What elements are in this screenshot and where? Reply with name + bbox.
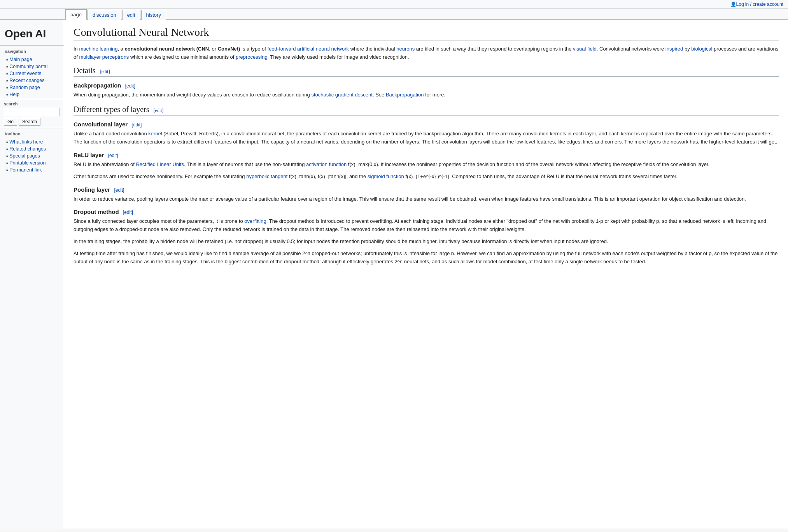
sidebar-item-what-links-here[interactable]: What links here [9, 139, 43, 145]
top-bar: 👤 Log in / create account [0, 0, 788, 9]
link-kernel[interactable]: kernel [148, 131, 162, 136]
sidebar-item-main-page[interactable]: Main page [9, 57, 32, 62]
relu-layer-edit-link[interactable]: [edit] [108, 153, 118, 158]
conv-layer-text: Unlike a hand-coded convolution kernel (… [74, 130, 779, 146]
relu-text-2: Other functions are used to increase non… [74, 173, 779, 181]
link-preprocessing[interactable]: preprocessing [236, 54, 268, 60]
sidebar-item-random-page[interactable]: Random page [9, 85, 40, 90]
relu-text-1: ReLU is the abbreviation of Rectified Li… [74, 161, 779, 169]
intro-paragraph: In machine learning, a convolutional neu… [74, 45, 779, 61]
sidebar-item-printable-version[interactable]: Printable version [9, 160, 46, 166]
dropout-text-1: Since a fully connected layer occupies m… [74, 217, 779, 234]
relu-layer-heading: ReLU layer [edit] [74, 152, 779, 158]
link-machine-learning[interactable]: machine learning [79, 46, 117, 52]
sidebar-item-permanent-link[interactable]: Permanent link [9, 167, 42, 173]
search-input[interactable] [4, 108, 60, 116]
main-content: Convolutional Neural Network In machine … [64, 20, 788, 528]
conv-layer-heading: Convolutional layer [edit] [74, 121, 779, 128]
pooling-text: In order to reduce variance, pooling lay… [74, 195, 779, 203]
link-backpropagation[interactable]: Backpropagation [386, 92, 424, 98]
link-biological[interactable]: biological [691, 46, 712, 52]
sidebar-item-special-pages[interactable]: Special pages [9, 153, 40, 159]
link-hyperbolic-tangent[interactable]: hyperbolic tangent [246, 173, 287, 179]
dropout-heading: Dropout method [edit] [74, 208, 779, 215]
sidebar-item-recent-changes[interactable]: Recent changes [9, 78, 44, 83]
user-icon: 👤 [730, 2, 736, 7]
tab-bar: page discussion edit history [0, 9, 788, 20]
diff-types-edit-link[interactable]: [edit] [154, 108, 164, 113]
tab-history[interactable]: history [141, 10, 166, 20]
link-visual-field[interactable]: visual field [573, 46, 597, 52]
sidebar-item-help[interactable]: Help [9, 92, 19, 97]
toolbox-section: toolbox What links here Related changes … [0, 128, 64, 174]
tab-page[interactable]: page [65, 9, 87, 20]
tab-edit[interactable]: edit [122, 10, 140, 20]
details-edit-link[interactable]: [edit] [100, 69, 110, 74]
search-section: search Go Search [0, 99, 64, 128]
sidebar-item-related-changes[interactable]: Related changes [9, 146, 46, 152]
nav-section-title: navigation [0, 46, 64, 55]
backprop-text: When doing propagation, the momentum and… [74, 91, 779, 99]
link-relu[interactable]: Rectified Linear Units [136, 161, 184, 167]
link-multilayer-perceptrons[interactable]: multilayer perceptrons [79, 54, 129, 60]
link-neurons[interactable]: neurons [396, 46, 415, 52]
link-sgd[interactable]: stochastic gradient descent [311, 92, 373, 98]
pooling-layer-edit-link[interactable]: [edit] [114, 187, 124, 193]
link-activation-function[interactable]: activation function [306, 161, 347, 167]
search-form: Go Search [4, 108, 60, 126]
details-heading: Details [edit] [74, 66, 779, 77]
link-feed-forward[interactable]: feed-forward artificial neural network [268, 46, 349, 52]
sidebar: Open AI navigation Main page Community p… [0, 20, 64, 528]
site-logo: Open AI [0, 24, 64, 46]
dropout-text-2: In the training stages, the probability … [74, 238, 779, 246]
sidebar-item-current-events[interactable]: Current events [9, 71, 41, 76]
diff-types-heading: Different types of layers [edit] [74, 105, 779, 116]
backprop-edit-link[interactable]: [edit] [125, 83, 135, 89]
link-sigmoid[interactable]: sigmoid function [368, 173, 404, 179]
search-buttons: Go Search [4, 118, 60, 126]
toolbox-label: toolbox [0, 128, 64, 138]
go-button[interactable]: Go [4, 118, 17, 126]
main-layout: Open AI navigation Main page Community p… [0, 20, 788, 528]
tab-discussion[interactable]: discussion [88, 10, 121, 20]
search-button[interactable]: Search [19, 118, 40, 126]
login-link[interactable]: Log in / create account [736, 2, 783, 7]
backprop-heading: Backpropagation [edit] [74, 82, 779, 89]
nav-section: navigation Main page Community portal Cu… [0, 46, 64, 99]
link-overfitting[interactable]: overfitting [244, 218, 266, 224]
dropout-text-3: At testing time after training has finis… [74, 250, 779, 266]
sidebar-item-community-portal[interactable]: Community portal [9, 64, 47, 69]
dropout-edit-link[interactable]: [edit] [123, 210, 133, 215]
conv-layer-edit-link[interactable]: [edit] [131, 122, 142, 128]
search-label: search [4, 102, 60, 106]
pooling-layer-heading: Pooling layer [edit] [74, 186, 779, 193]
link-inspired[interactable]: inspired [665, 46, 683, 52]
article-title: Convolutional Neural Network [74, 26, 779, 40]
